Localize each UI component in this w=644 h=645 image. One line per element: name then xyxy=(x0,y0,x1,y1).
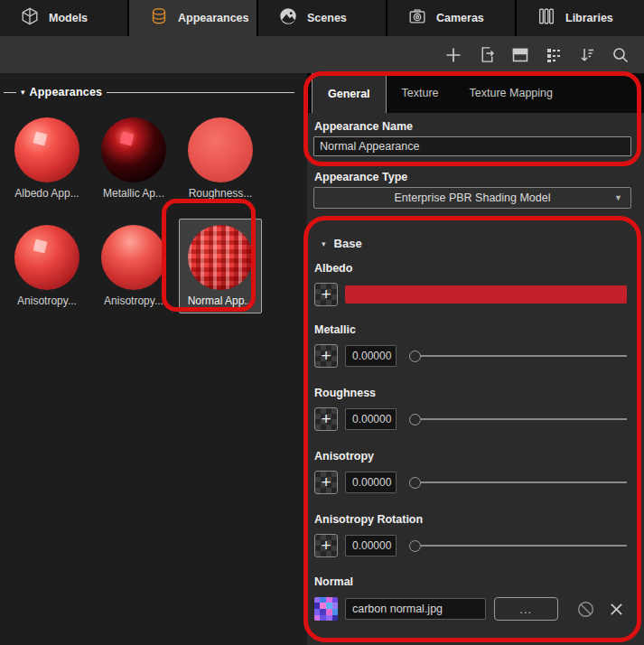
appearance-thumbnail-grid: Albedo App... Metallic Ap... Roughness..… xyxy=(5,111,307,313)
tab-libraries[interactable]: Libraries xyxy=(517,0,644,36)
appearances-section-header[interactable]: ▾ Appearances xyxy=(4,86,294,98)
material-sphere-preview xyxy=(188,225,253,290)
application-window: Models Appearances Scenes xyxy=(0,0,644,645)
anisotropy-rotation-value-input[interactable]: 0.00000 xyxy=(345,535,397,556)
normal-texture-filename: carbon normal.jpg xyxy=(352,603,443,615)
thumb-label: Normal App... xyxy=(188,294,254,307)
appearances-list-panel: ▾ Appearances Albedo App... Metallic Ap.… xyxy=(0,73,307,645)
appearance-thumb-anisotropy-2[interactable]: Anisotropy... xyxy=(92,219,175,313)
appearance-name-label: Appearance Name xyxy=(314,120,638,133)
slider-handle[interactable] xyxy=(409,414,421,425)
material-sphere-preview xyxy=(188,117,253,182)
divider xyxy=(107,92,294,93)
roughness-add-texture-button[interactable]: + xyxy=(314,407,338,431)
browse-button-label: ... xyxy=(519,603,532,616)
camera-icon xyxy=(407,6,427,30)
collapse-arrow-icon: ▾ xyxy=(21,88,25,97)
metallic-row: + 0.00000 xyxy=(314,344,627,368)
tab-appearances-label: Appearances xyxy=(178,12,249,24)
tab-texture[interactable]: Texture xyxy=(387,73,454,113)
normal-browse-button[interactable]: ... xyxy=(494,597,558,621)
albedo-color-swatch[interactable] xyxy=(345,285,627,304)
metallic-value-input[interactable]: 0.00000 xyxy=(345,345,397,367)
anisotropy-rotation-slider[interactable] xyxy=(409,540,627,552)
anisotropy-add-texture-button[interactable]: + xyxy=(314,471,338,494)
collapse-arrow-icon: ▾ xyxy=(322,239,326,248)
metallic-label: Metallic xyxy=(314,323,638,336)
anisotropy-row: + 0.00000 xyxy=(314,471,627,494)
slider-handle[interactable] xyxy=(409,540,421,552)
slider-handle[interactable] xyxy=(409,351,421,362)
tab-cameras[interactable]: Cameras xyxy=(387,0,515,36)
tab-models-label: Models xyxy=(49,12,88,24)
roughness-label: Roughness xyxy=(314,387,638,399)
material-icon xyxy=(149,6,169,30)
tab-models[interactable]: Models xyxy=(0,0,127,36)
appearance-type-dropdown[interactable]: Enterprise PBR Shading Model ▼ xyxy=(313,187,631,209)
appearance-thumb-albedo[interactable]: Albedo App... xyxy=(5,111,89,206)
appearance-thumb-metallic[interactable]: Metallic Ap... xyxy=(92,111,175,206)
thumb-label: Roughness... xyxy=(189,187,253,200)
material-sphere-preview xyxy=(14,225,79,290)
tab-appearances[interactable]: Appearances xyxy=(129,0,257,36)
albedo-label: Albedo xyxy=(314,262,638,275)
sort-icon[interactable] xyxy=(576,44,598,66)
tab-libraries-label: Libraries xyxy=(565,12,613,24)
tab-texture-mapping[interactable]: Texture Mapping xyxy=(454,73,568,113)
metallic-add-texture-button[interactable]: + xyxy=(314,344,338,368)
roughness-row: + 0.00000 xyxy=(314,407,627,431)
albedo-add-texture-button[interactable]: + xyxy=(314,283,338,306)
slider-handle[interactable] xyxy=(409,477,421,489)
anisotropy-rotation-label: Anisotropy Rotation xyxy=(314,513,638,526)
normal-map-thumbnail[interactable] xyxy=(314,597,338,621)
export-icon[interactable] xyxy=(476,44,498,66)
material-sphere-preview xyxy=(101,225,166,290)
anisotropy-rotation-row: + 0.00000 xyxy=(314,534,627,557)
appearance-name-input[interactable] xyxy=(313,136,631,156)
chevron-down-icon: ▼ xyxy=(614,193,622,202)
scene-icon xyxy=(278,6,298,30)
tab-cameras-label: Cameras xyxy=(436,12,484,24)
add-icon[interactable] xyxy=(443,44,464,66)
appearance-type-label: Appearance Type xyxy=(314,171,638,183)
base-section-header[interactable]: ▾ Base xyxy=(322,237,638,250)
main-tabbar: Models Appearances Scenes xyxy=(0,0,644,36)
thumb-label: Metallic Ap... xyxy=(103,187,164,200)
thumbnail-options-icon[interactable] xyxy=(543,44,565,66)
tab-texture-label: Texture xyxy=(402,87,439,99)
tab-general[interactable]: General xyxy=(312,73,387,113)
thumb-label: Albedo App... xyxy=(14,187,79,200)
roughness-value-input[interactable]: 0.00000 xyxy=(345,408,397,430)
specular-highlight xyxy=(33,132,48,146)
anisotropy-rotation-value: 0.00000 xyxy=(352,539,391,552)
slider-track xyxy=(421,355,627,357)
appearance-thumb-normal-selected[interactable]: Normal App... xyxy=(179,219,262,313)
appearance-thumb-anisotropy-1[interactable]: Anisotropy... xyxy=(5,219,89,313)
anisotropy-label: Anisotropy xyxy=(314,450,638,463)
normal-texture-filename-input[interactable]: carbon normal.jpg xyxy=(345,598,486,620)
normal-disable-icon[interactable] xyxy=(575,598,597,620)
material-sphere-preview xyxy=(14,117,79,182)
slider-track xyxy=(421,545,627,547)
anisotropy-value-input[interactable]: 0.00000 xyxy=(345,472,397,493)
tab-texture-mapping-label: Texture Mapping xyxy=(470,87,553,99)
anisotropy-slider[interactable] xyxy=(409,477,627,489)
roughness-slider[interactable] xyxy=(409,414,627,425)
anisotropy-rotation-add-texture-button[interactable]: + xyxy=(314,534,338,557)
section-title: Appearances xyxy=(30,86,103,98)
slider-track xyxy=(421,418,627,420)
properties-tabbar: General Texture Texture Mapping xyxy=(307,73,644,113)
specular-highlight xyxy=(33,239,48,254)
thumb-label: Anisotropy... xyxy=(17,294,77,307)
thumb-label: Anisotropy... xyxy=(104,294,163,307)
appearance-thumb-roughness[interactable]: Roughness... xyxy=(179,111,262,206)
specular-highlight xyxy=(120,132,135,146)
divider xyxy=(4,92,16,93)
split-view-icon[interactable] xyxy=(509,44,531,66)
base-section-title: Base xyxy=(334,237,362,250)
tab-scenes-label: Scenes xyxy=(307,12,347,24)
normal-clear-icon[interactable] xyxy=(605,598,627,620)
search-icon[interactable] xyxy=(610,44,631,66)
tab-scenes[interactable]: Scenes xyxy=(258,0,386,36)
metallic-slider[interactable] xyxy=(409,351,627,362)
